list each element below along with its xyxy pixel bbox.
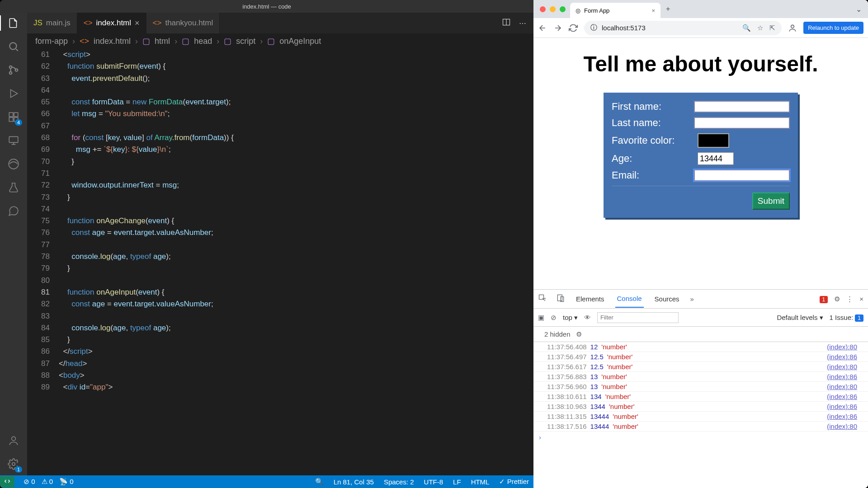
bc-item[interactable]: index.html xyxy=(94,37,131,46)
more-actions-icon[interactable]: ⋯ xyxy=(519,19,526,28)
settings-icon[interactable]: 1 xyxy=(7,457,20,471)
ports-status[interactable]: 📡 0 xyxy=(59,478,74,486)
source-link[interactable]: (index):80 xyxy=(827,383,857,390)
address-bar[interactable]: ⓘ localhost:5173 🔍 ☆ ⇱ xyxy=(584,21,782,35)
install-app-icon[interactable]: ⇱ xyxy=(769,24,775,32)
remote-indicator[interactable] xyxy=(0,476,14,488)
bc-item[interactable]: script xyxy=(236,37,255,46)
submit-button[interactable]: Submit xyxy=(752,192,790,210)
issues-link[interactable]: 1 Issue: 1 xyxy=(830,314,863,321)
console-log-line: 11:38:10.9631344'number'(index):86 xyxy=(533,402,868,412)
new-tab-icon[interactable]: + xyxy=(660,5,675,13)
remote-explorer-icon[interactable] xyxy=(7,134,20,147)
error-counter[interactable]: 1 xyxy=(820,295,828,303)
symbol-icon: ▢ xyxy=(142,36,150,46)
sidebar-toggle-icon[interactable]: ▣ xyxy=(538,314,544,322)
filter-input[interactable] xyxy=(597,312,679,323)
back-icon[interactable] xyxy=(538,23,547,33)
bc-item[interactable]: head xyxy=(194,37,212,46)
cursor-pos[interactable]: Ln 81, Col 35 xyxy=(334,478,374,486)
extensions-icon[interactable]: 4 xyxy=(7,110,20,124)
console-log-line: 11:37:56.88313'number'(index):86 xyxy=(533,372,868,382)
formatter-status[interactable]: ✓ Prettier xyxy=(499,478,529,486)
zoom-icon[interactable]: 🔍 xyxy=(315,478,324,486)
first-name-input[interactable] xyxy=(694,101,790,113)
browser-tabstrip: ◎ Form App × + ⌄ xyxy=(533,0,868,18)
source-link[interactable]: (index):86 xyxy=(827,353,857,361)
source-link[interactable]: (index):86 xyxy=(827,403,857,410)
expand-tabs-icon[interactable]: ⌄ xyxy=(856,5,868,14)
source-link[interactable]: (index):86 xyxy=(827,393,857,400)
device-toggle-icon[interactable] xyxy=(556,294,565,304)
html-file-icon: <> xyxy=(80,37,89,46)
zoom-page-icon[interactable]: 🔍 xyxy=(742,24,751,32)
split-editor-icon[interactable] xyxy=(502,18,511,28)
devtools-settings-icon[interactable]: ⚙ xyxy=(834,295,840,303)
errors-status[interactable]: ⊘ 0 xyxy=(24,478,35,486)
source-link[interactable]: (index):80 xyxy=(827,363,857,371)
indent-status[interactable]: Spaces: 2 xyxy=(384,478,414,486)
bc-item[interactable]: onAgeInput xyxy=(279,37,321,46)
context-selector[interactable]: top ▾ xyxy=(563,314,578,322)
encoding-status[interactable]: UTF-8 xyxy=(424,478,443,486)
maximize-window-icon[interactable] xyxy=(560,6,566,12)
tab-sources[interactable]: Sources xyxy=(653,291,681,307)
source-control-icon[interactable] xyxy=(7,63,20,77)
more-tabs-icon[interactable]: » xyxy=(690,295,694,303)
source-link[interactable]: (index):86 xyxy=(827,373,857,380)
search-icon[interactable] xyxy=(7,40,20,53)
minimize-window-icon[interactable] xyxy=(550,6,556,12)
relaunch-button[interactable]: Relaunch to update xyxy=(803,22,863,34)
tab-elements[interactable]: Elements xyxy=(574,291,606,307)
tab-mainjs[interactable]: JSmain.js xyxy=(27,13,77,33)
close-window-icon[interactable] xyxy=(540,6,546,12)
age-input[interactable] xyxy=(698,152,734,165)
code-editor[interactable]: 6162636465666768697071727374757677787980… xyxy=(27,49,533,475)
code-content[interactable]: <script> function submitForm(event) { ev… xyxy=(59,49,533,475)
hidden-settings-icon[interactable]: ⚙ xyxy=(576,330,582,338)
run-debug-icon[interactable] xyxy=(7,87,20,100)
tab-indexhtml[interactable]: <>index.html× xyxy=(77,13,146,33)
close-tab-icon[interactable]: × xyxy=(651,7,655,14)
source-link[interactable]: (index):80 xyxy=(827,343,857,351)
clear-console-icon[interactable]: ⊘ xyxy=(551,314,557,322)
console-prompt[interactable]: › xyxy=(533,432,868,443)
hidden-count[interactable]: 2 hidden xyxy=(544,330,571,338)
devtools-menu-icon[interactable]: ⋮ xyxy=(846,295,853,303)
close-icon[interactable]: × xyxy=(135,19,140,28)
test-icon[interactable] xyxy=(7,181,20,194)
devtools-close-icon[interactable]: × xyxy=(859,295,863,303)
account-icon[interactable] xyxy=(7,434,20,447)
profile-icon[interactable] xyxy=(788,23,797,33)
bc-item[interactable]: html xyxy=(155,37,170,46)
first-name-label: First name: xyxy=(612,101,694,113)
console-output[interactable]: 11:37:56.40812'number'(index):8011:37:56… xyxy=(533,342,868,488)
age-label: Age: xyxy=(612,153,698,164)
log-levels-selector[interactable]: Default levels ▾ xyxy=(777,314,823,322)
edge-tools-icon[interactable] xyxy=(7,157,20,171)
last-name-input[interactable] xyxy=(694,117,790,129)
source-link[interactable]: (index):86 xyxy=(827,413,857,420)
eol-status[interactable]: LF xyxy=(453,478,461,486)
livechat-icon[interactable] xyxy=(7,204,20,218)
breadcrumb[interactable]: form-app› <>index.html› ▢html› ▢head› ▢s… xyxy=(27,33,533,49)
forward-icon[interactable] xyxy=(553,23,562,33)
bc-item[interactable]: form-app xyxy=(35,37,68,46)
lang-status[interactable]: HTML xyxy=(471,478,490,486)
hidden-messages-row: 2 hidden ⚙ xyxy=(533,327,868,342)
color-input[interactable] xyxy=(698,133,729,148)
tab-thankyouhtml[interactable]: <>thankyou.html xyxy=(146,13,220,33)
tab-label: thankyou.html xyxy=(165,19,213,28)
live-expr-icon[interactable]: 👁 xyxy=(584,314,591,321)
browser-tab[interactable]: ◎ Form App × xyxy=(570,3,660,18)
inspect-icon[interactable] xyxy=(538,294,547,304)
svg-rect-15 xyxy=(557,295,562,301)
bookmark-icon[interactable]: ☆ xyxy=(757,24,763,32)
email-input[interactable] xyxy=(694,169,790,181)
reload-icon[interactable] xyxy=(569,23,578,33)
source-link[interactable]: (index):80 xyxy=(827,422,857,430)
explorer-icon[interactable] xyxy=(7,16,20,30)
tab-console[interactable]: Console xyxy=(615,290,644,308)
site-info-icon[interactable]: ⓘ xyxy=(590,23,597,32)
warnings-status[interactable]: ⚠ 0 xyxy=(42,478,53,486)
